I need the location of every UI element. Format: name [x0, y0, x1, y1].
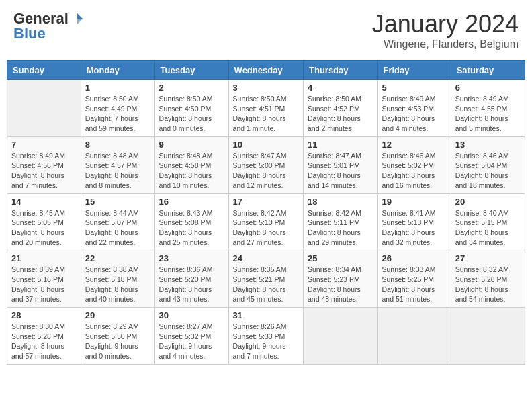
day-number: 12: [382, 140, 446, 150]
day-info: Sunrise: 8:50 AM Sunset: 4:52 PM Dayligh…: [308, 94, 373, 134]
calendar-cell: [304, 308, 378, 365]
day-info: Sunrise: 8:49 AM Sunset: 4:55 PM Dayligh…: [455, 94, 521, 134]
day-number: 31: [233, 310, 299, 320]
day-number: 17: [233, 197, 299, 207]
day-info: Sunrise: 8:50 AM Sunset: 4:49 PM Dayligh…: [85, 94, 150, 134]
day-info: Sunrise: 8:42 AM Sunset: 5:10 PM Dayligh…: [233, 208, 299, 248]
calendar: SundayMondayTuesdayWednesdayThursdayFrid…: [7, 60, 525, 365]
day-info: Sunrise: 8:27 AM Sunset: 5:32 PM Dayligh…: [159, 322, 224, 361]
day-info: Sunrise: 8:38 AM Sunset: 5:18 PM Dayligh…: [85, 265, 150, 304]
calendar-cell: 30Sunrise: 8:27 AM Sunset: 5:32 PM Dayli…: [154, 308, 228, 365]
calendar-cell: 10Sunrise: 8:47 AM Sunset: 5:00 PM Dayli…: [228, 136, 303, 193]
day-info: Sunrise: 8:47 AM Sunset: 5:01 PM Dayligh…: [308, 151, 373, 191]
weekday-header: Sunday: [7, 61, 81, 80]
svg-marker-0: [77, 13, 83, 19]
day-number: 8: [85, 140, 150, 150]
day-number: 29: [85, 310, 150, 320]
calendar-cell: 9Sunrise: 8:48 AM Sunset: 4:58 PM Daylig…: [154, 136, 228, 193]
day-number: 18: [308, 197, 373, 207]
day-number: 14: [11, 197, 77, 207]
day-number: 10: [233, 140, 299, 150]
day-number: 4: [308, 83, 373, 93]
day-info: Sunrise: 8:41 AM Sunset: 5:13 PM Dayligh…: [382, 208, 446, 248]
calendar-week-row: 1Sunrise: 8:50 AM Sunset: 4:49 PM Daylig…: [7, 80, 525, 137]
day-info: Sunrise: 8:47 AM Sunset: 5:00 PM Dayligh…: [233, 151, 299, 191]
calendar-cell: 29Sunrise: 8:29 AM Sunset: 5:30 PM Dayli…: [81, 308, 154, 365]
calendar-cell: 4Sunrise: 8:50 AM Sunset: 4:52 PM Daylig…: [304, 80, 378, 137]
calendar-cell: [378, 308, 451, 365]
day-number: 27: [455, 253, 521, 263]
month-title: January 2024: [372, 10, 519, 38]
day-number: 1: [85, 83, 150, 93]
calendar-cell: 22Sunrise: 8:38 AM Sunset: 5:18 PM Dayli…: [81, 250, 154, 308]
weekday-header: Friday: [378, 61, 451, 80]
weekday-header: Tuesday: [154, 61, 228, 80]
calendar-cell: 19Sunrise: 8:41 AM Sunset: 5:13 PM Dayli…: [378, 193, 451, 250]
day-number: 20: [455, 197, 521, 207]
calendar-cell: 7Sunrise: 8:49 AM Sunset: 4:56 PM Daylig…: [7, 136, 81, 193]
day-info: Sunrise: 8:49 AM Sunset: 4:56 PM Dayligh…: [11, 151, 77, 191]
calendar-cell: 26Sunrise: 8:33 AM Sunset: 5:25 PM Dayli…: [378, 250, 451, 308]
day-number: 23: [159, 253, 224, 263]
day-number: 21: [11, 253, 77, 263]
day-info: Sunrise: 8:32 AM Sunset: 5:26 PM Dayligh…: [455, 265, 521, 304]
day-number: 28: [11, 310, 77, 320]
day-number: 9: [159, 140, 224, 150]
weekday-header: Saturday: [451, 61, 525, 80]
day-info: Sunrise: 8:40 AM Sunset: 5:15 PM Dayligh…: [455, 208, 521, 248]
calendar-cell: [451, 308, 525, 365]
weekday-header: Monday: [81, 61, 154, 80]
calendar-cell: 1Sunrise: 8:50 AM Sunset: 4:49 PM Daylig…: [81, 80, 154, 137]
day-number: 3: [233, 83, 299, 93]
day-number: 25: [308, 253, 373, 263]
calendar-cell: 6Sunrise: 8:49 AM Sunset: 4:55 PM Daylig…: [451, 80, 525, 137]
weekday-header: Wednesday: [228, 61, 303, 80]
calendar-cell: 13Sunrise: 8:46 AM Sunset: 5:04 PM Dayli…: [451, 136, 525, 193]
calendar-week-row: 21Sunrise: 8:39 AM Sunset: 5:16 PM Dayli…: [7, 250, 525, 308]
calendar-week-row: 7Sunrise: 8:49 AM Sunset: 4:56 PM Daylig…: [7, 136, 525, 193]
day-info: Sunrise: 8:34 AM Sunset: 5:23 PM Dayligh…: [308, 265, 373, 304]
day-info: Sunrise: 8:39 AM Sunset: 5:16 PM Dayligh…: [11, 265, 77, 304]
logo: General Blue: [13, 10, 85, 42]
day-number: 26: [382, 253, 446, 263]
calendar-cell: 18Sunrise: 8:42 AM Sunset: 5:11 PM Dayli…: [304, 193, 378, 250]
day-info: Sunrise: 8:48 AM Sunset: 4:57 PM Dayligh…: [85, 151, 150, 191]
calendar-cell: 14Sunrise: 8:45 AM Sunset: 5:05 PM Dayli…: [7, 193, 81, 250]
day-info: Sunrise: 8:36 AM Sunset: 5:20 PM Dayligh…: [159, 265, 224, 304]
title-area: January 2024 Wingene, Flanders, Belgium: [372, 10, 519, 50]
calendar-cell: 11Sunrise: 8:47 AM Sunset: 5:01 PM Dayli…: [304, 136, 378, 193]
calendar-cell: 16Sunrise: 8:43 AM Sunset: 5:08 PM Dayli…: [154, 193, 228, 250]
calendar-cell: [7, 80, 81, 137]
day-info: Sunrise: 8:50 AM Sunset: 4:51 PM Dayligh…: [233, 94, 299, 134]
logo-blue-text: Blue: [13, 25, 46, 42]
calendar-cell: 20Sunrise: 8:40 AM Sunset: 5:15 PM Dayli…: [451, 193, 525, 250]
day-info: Sunrise: 8:46 AM Sunset: 5:02 PM Dayligh…: [382, 151, 446, 191]
day-info: Sunrise: 8:46 AM Sunset: 5:04 PM Dayligh…: [455, 151, 521, 191]
calendar-cell: 21Sunrise: 8:39 AM Sunset: 5:16 PM Dayli…: [7, 250, 81, 308]
day-info: Sunrise: 8:43 AM Sunset: 5:08 PM Dayligh…: [159, 208, 224, 248]
day-number: 6: [455, 83, 521, 93]
calendar-header-row: SundayMondayTuesdayWednesdayThursdayFrid…: [7, 61, 525, 80]
calendar-cell: 5Sunrise: 8:49 AM Sunset: 4:53 PM Daylig…: [378, 80, 451, 137]
calendar-cell: 15Sunrise: 8:44 AM Sunset: 5:07 PM Dayli…: [81, 193, 154, 250]
calendar-cell: 3Sunrise: 8:50 AM Sunset: 4:51 PM Daylig…: [228, 80, 303, 137]
day-number: 22: [85, 253, 150, 263]
calendar-cell: 31Sunrise: 8:26 AM Sunset: 5:33 PM Dayli…: [228, 308, 303, 365]
day-info: Sunrise: 8:45 AM Sunset: 5:05 PM Dayligh…: [11, 208, 77, 248]
calendar-cell: 27Sunrise: 8:32 AM Sunset: 5:26 PM Dayli…: [451, 250, 525, 308]
calendar-week-row: 28Sunrise: 8:30 AM Sunset: 5:28 PM Dayli…: [7, 308, 525, 365]
day-number: 13: [455, 140, 521, 150]
calendar-cell: 17Sunrise: 8:42 AM Sunset: 5:10 PM Dayli…: [228, 193, 303, 250]
logo-icon: [70, 11, 85, 26]
day-number: 16: [159, 197, 224, 207]
calendar-cell: 25Sunrise: 8:34 AM Sunset: 5:23 PM Dayli…: [304, 250, 378, 308]
calendar-week-row: 14Sunrise: 8:45 AM Sunset: 5:05 PM Dayli…: [7, 193, 525, 250]
day-info: Sunrise: 8:44 AM Sunset: 5:07 PM Dayligh…: [85, 208, 150, 248]
day-number: 5: [382, 83, 446, 93]
day-number: 11: [308, 140, 373, 150]
calendar-cell: 28Sunrise: 8:30 AM Sunset: 5:28 PM Dayli…: [7, 308, 81, 365]
day-number: 19: [382, 197, 446, 207]
day-info: Sunrise: 8:48 AM Sunset: 4:58 PM Dayligh…: [159, 151, 224, 191]
day-info: Sunrise: 8:50 AM Sunset: 4:50 PM Dayligh…: [159, 94, 224, 134]
day-info: Sunrise: 8:26 AM Sunset: 5:33 PM Dayligh…: [233, 322, 299, 361]
